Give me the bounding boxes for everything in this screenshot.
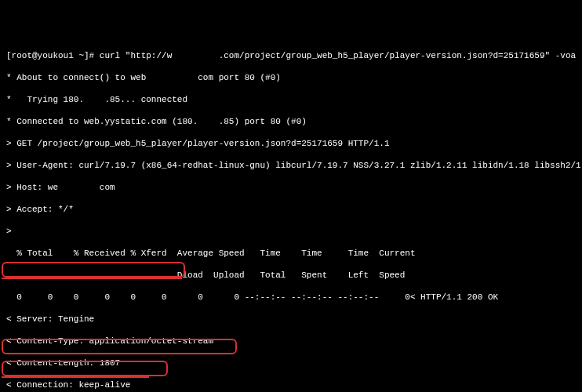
- terminal-line: < Server: Tengine: [6, 314, 576, 325]
- terminal-line: % Total % Received % Xferd Average Speed…: [6, 248, 576, 259]
- terminal-line: < Content-Length: 1807: [6, 358, 576, 368]
- terminal-line: < Connection: keep-alive: [6, 379, 576, 390]
- strike-timing-allow: [2, 376, 149, 378]
- terminal-line: [root@youkou1 ~]# curl "http://w .com/pr…: [6, 50, 576, 61]
- terminal-line: >: [6, 226, 576, 237]
- terminal-line: * Trying 180. .85... connected: [6, 94, 576, 105]
- terminal-line: * Connected to web.yystatic.com (180. .8…: [6, 116, 576, 127]
- terminal-line: < Content-Type: application/octet-stream: [6, 336, 576, 347]
- terminal-line: > Accept: */*: [6, 204, 576, 215]
- terminal-line: > User-Agent: curl/7.19.7 (x86_64-redhat…: [6, 160, 576, 171]
- terminal-line: 0 0 0 0 0 0 0 0 --:--:-- --:--:-- --:--:…: [6, 292, 576, 303]
- terminal-line: > Host: we com: [6, 182, 576, 193]
- strike-allow-origin: [2, 278, 182, 279]
- terminal-line: > GET /project/group_web_h5_player/playe…: [6, 138, 576, 149]
- terminal-line: * About to connect() to web com port 80 …: [6, 72, 576, 83]
